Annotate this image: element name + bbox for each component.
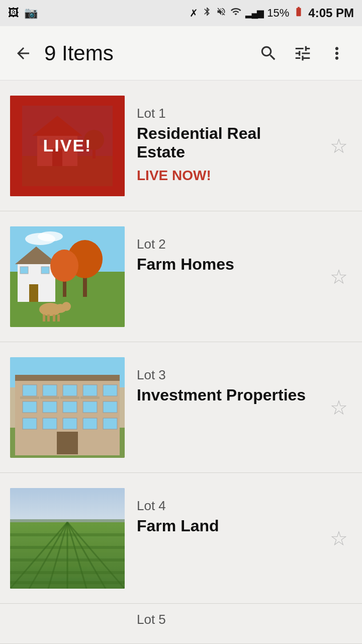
wifi-icon: [230, 6, 241, 20]
svg-rect-45: [63, 418, 77, 429]
lot-label: Lot 4: [137, 498, 314, 514]
svg-rect-67: [10, 581, 125, 584]
status-time: 4:05 PM: [308, 6, 354, 20]
list-item[interactable]: LIVE! Lot 1 Residential Real Estate LIVE…: [0, 80, 362, 211]
status-bar-right: ✗ ▂▄▆ 15% 4:05 PM: [190, 6, 354, 20]
app-bar: 9 Items: [0, 26, 362, 80]
svg-point-24: [62, 302, 71, 311]
svg-rect-65: [10, 558, 125, 561]
svg-rect-17: [41, 267, 49, 274]
svg-rect-39: [43, 401, 57, 413]
item-title: Residential Real Estate: [137, 124, 314, 162]
star-icon: ☆: [330, 265, 348, 288]
svg-rect-33: [23, 385, 37, 396]
svg-rect-38: [23, 401, 37, 413]
favorite-button[interactable]: ☆: [326, 394, 352, 421]
svg-point-11: [38, 231, 63, 242]
lot-label: Lot 5: [10, 612, 166, 627]
item-info: Lot 4 Farm Land: [137, 498, 314, 579]
lot-label: Lot 2: [137, 236, 314, 252]
mute-icon: [216, 6, 226, 20]
svg-rect-43: [23, 418, 37, 429]
svg-point-21: [50, 250, 78, 282]
filter-button[interactable]: [288, 38, 318, 68]
svg-rect-42: [103, 401, 117, 413]
svg-rect-32: [15, 375, 120, 381]
svg-rect-52: [57, 432, 78, 454]
live-overlay: LIVE!: [10, 96, 125, 196]
svg-rect-41: [83, 401, 97, 413]
page-title: 9 Items: [36, 41, 253, 65]
svg-rect-25: [43, 314, 45, 321]
item-info: Lot 1 Residential Real Estate LIVE NOW!: [137, 106, 314, 186]
star-icon: ☆: [330, 527, 348, 550]
favorite-button[interactable]: ☆: [326, 133, 352, 159]
star-icon: ☆: [330, 396, 348, 419]
bluetooth-icon: ✗: [190, 7, 198, 19]
item-list: LIVE! Lot 1 Residential Real Estate LIVE…: [0, 80, 362, 644]
battery-icon: [293, 6, 304, 20]
favorite-button[interactable]: ☆: [326, 264, 352, 290]
item-thumbnail: [10, 226, 125, 327]
star-icon: ☆: [330, 134, 348, 157]
signal-icon: ▂▄▆: [245, 8, 263, 19]
svg-rect-28: [57, 314, 60, 321]
search-button[interactable]: [253, 38, 284, 68]
svg-rect-51: [80, 396, 100, 399]
list-item-partial[interactable]: Lot 5: [0, 604, 362, 644]
photo-icon: 🖼: [8, 7, 19, 20]
svg-rect-15: [29, 284, 38, 302]
item-info: Lot 2 Farm Homes: [137, 236, 314, 317]
item-title: Farm Land: [137, 517, 314, 535]
status-bar: 🖼 📷 ✗ ▂▄▆ 15% 4:05 PM: [0, 0, 362, 26]
app-bar-actions: [253, 38, 352, 68]
back-button[interactable]: [10, 40, 36, 66]
svg-rect-40: [63, 401, 77, 413]
image-icon: 📷: [24, 7, 38, 20]
live-status: LIVE NOW!: [137, 168, 314, 184]
svg-rect-53: [10, 488, 125, 523]
svg-rect-27: [53, 314, 55, 321]
svg-rect-47: [103, 418, 117, 429]
svg-rect-35: [63, 385, 77, 396]
item-info: Lot 3 Investment Properties: [137, 367, 314, 448]
svg-rect-49: [40, 396, 59, 399]
lot-label: Lot 3: [137, 367, 314, 383]
item-thumbnail: [10, 357, 125, 458]
svg-rect-64: [10, 546, 125, 549]
svg-rect-16: [20, 267, 28, 274]
svg-rect-50: [60, 396, 79, 399]
svg-rect-34: [43, 385, 57, 396]
list-item[interactable]: Lot 4 Farm Land ☆: [0, 473, 362, 604]
svg-rect-46: [83, 418, 97, 429]
list-item[interactable]: Lot 3 Investment Properties ☆: [0, 342, 362, 473]
item-title: Investment Properties: [137, 386, 314, 405]
favorite-button[interactable]: ☆: [326, 525, 352, 551]
svg-rect-63: [10, 533, 125, 536]
svg-rect-66: [10, 571, 125, 574]
bluetooth-status: [202, 6, 212, 20]
svg-rect-37: [103, 385, 117, 396]
svg-rect-36: [83, 385, 97, 396]
svg-rect-44: [43, 418, 57, 429]
status-bar-left: 🖼 📷: [8, 7, 38, 20]
list-item[interactable]: Lot 2 Farm Homes ☆: [0, 211, 362, 342]
svg-rect-48: [20, 396, 39, 399]
item-title: Farm Homes: [137, 255, 314, 274]
item-thumbnail: [10, 488, 125, 589]
live-badge-text: LIVE!: [43, 136, 92, 155]
battery-level: 15%: [267, 7, 289, 20]
lot-label: Lot 1: [137, 106, 314, 121]
more-options-button[interactable]: [322, 38, 352, 68]
svg-rect-26: [47, 314, 50, 321]
item-thumbnail: LIVE!: [10, 96, 125, 196]
